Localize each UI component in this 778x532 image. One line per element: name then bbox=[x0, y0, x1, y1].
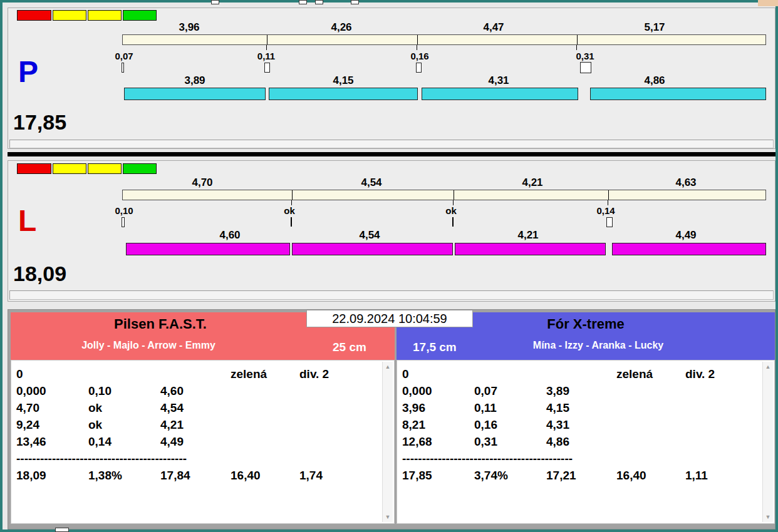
lane-l-split-bottom-2: 4,54 bbox=[359, 229, 380, 242]
lane-l-cross-3: ok bbox=[445, 205, 457, 216]
lane-l-light-yellow2-icon bbox=[88, 163, 122, 174]
table-row: 9,24 ok 4,21 bbox=[16, 416, 394, 433]
lane-p-split-top-3: 4,47 bbox=[483, 21, 504, 34]
cell-division: div. 2 bbox=[299, 367, 394, 381]
team-left-results-table: 0 zelená div. 2 0,000 0,10 4,60 4,70 ok … bbox=[11, 360, 395, 524]
lane-p-light-red-icon bbox=[17, 10, 51, 21]
lane-l-segment-bar-3 bbox=[455, 243, 606, 255]
lane-p-split-top-4: 5,17 bbox=[644, 21, 665, 34]
lane-l-split-top-2: 4,54 bbox=[361, 176, 381, 189]
lane-l-split-top-3: 4,21 bbox=[522, 176, 542, 189]
scroll-down-icon[interactable]: ▼ bbox=[383, 512, 393, 522]
lane-l-cross-2: ok bbox=[284, 205, 295, 216]
cell-flag: 0 bbox=[16, 367, 88, 381]
lane-l-light-yellow1-icon bbox=[53, 163, 86, 174]
lane-p-cross-1: 0,07 bbox=[115, 51, 133, 61]
cell-light: zelená bbox=[616, 367, 685, 381]
lane-p-cross-box-4 bbox=[580, 62, 591, 73]
table-row: 3,96 0,11 4,15 bbox=[402, 399, 774, 416]
lane-l-cross-tick-3 bbox=[452, 217, 454, 227]
scroll-up-icon[interactable]: ▲ bbox=[763, 362, 773, 372]
lane-p-cross-box-2 bbox=[264, 63, 270, 73]
lane-l-status-strip bbox=[9, 290, 774, 300]
team-right-jump-height: 17,5 cm bbox=[413, 340, 457, 354]
lane-p-segment-bar-4 bbox=[590, 88, 766, 100]
table-totals-row: 17,85 3,74% 17,21 16,40 1,11 bbox=[402, 467, 774, 484]
lane-l-light-red-icon bbox=[17, 163, 51, 174]
lane-p-split-top-2: 4,26 bbox=[331, 21, 351, 34]
cell-division: div. 2 bbox=[685, 367, 774, 381]
lane-l-split-top-1: 4,70 bbox=[192, 176, 212, 189]
lane-l-split-top-4: 4,63 bbox=[675, 176, 696, 189]
app-window: 3,96 4,26 4,47 5,17 0,07 0,11 0,16 0,31 … bbox=[0, 0, 778, 532]
scroll-down-icon[interactable]: ▼ bbox=[763, 512, 773, 522]
lane-p-cross-2: 0,11 bbox=[257, 51, 275, 61]
clipped-widget-artifact bbox=[211, 0, 219, 4]
desktop-corner-artifact bbox=[758, 0, 778, 6]
lane-p-light-green-icon bbox=[123, 10, 157, 21]
lane-l-cross-4: 0,14 bbox=[596, 205, 615, 216]
lane-p-cross-3: 0,16 bbox=[410, 51, 428, 61]
lane-p-light-yellow1-icon bbox=[53, 10, 86, 21]
team-left-table-scrollbar[interactable]: ▲ ▼ bbox=[382, 362, 393, 522]
lane-panel-p: 3,96 4,26 4,47 5,17 0,07 0,11 0,16 0,31 … bbox=[8, 8, 775, 149]
lane-p-split-bottom-1: 3,89 bbox=[184, 74, 205, 87]
table-totals-row: 18,09 1,38% 17,84 16,40 1,74 bbox=[16, 467, 394, 484]
lane-p-scale-bar bbox=[122, 34, 766, 45]
lane-p-letter: P bbox=[18, 57, 38, 87]
cell-light: zelená bbox=[231, 367, 299, 381]
lane-p-split-bottom-4: 4,86 bbox=[644, 74, 665, 87]
lane-l-scale-bar bbox=[122, 190, 766, 200]
lane-l-segment-bar-4 bbox=[612, 243, 766, 255]
timestamp-display: 22.09.2024 10:04:59 bbox=[306, 310, 473, 327]
clipped-widget-artifact bbox=[55, 528, 69, 532]
table-row: 0,000 0,10 4,60 bbox=[16, 382, 394, 399]
table-separator: ----------------------------------------… bbox=[402, 450, 774, 467]
lane-p-status-strip bbox=[9, 140, 774, 148]
lane-l-split-bottom-1: 4,60 bbox=[219, 229, 240, 242]
lane-p-cross-4: 0,31 bbox=[576, 51, 594, 61]
lane-l-cross-box-4 bbox=[606, 217, 613, 227]
lane-panel-l: 4,70 4,54 4,21 4,63 0,10 ok ok 0,14 4,60… bbox=[8, 160, 775, 302]
lane-l-cross-1: 0,10 bbox=[115, 205, 133, 216]
lane-p-split-bottom-3: 4,31 bbox=[488, 74, 509, 87]
table-row: 8,21 0,16 4,31 bbox=[402, 416, 774, 433]
table-row: 13,46 0,14 4,49 bbox=[16, 433, 394, 450]
cell-flag: 0 bbox=[402, 367, 474, 381]
team-right-dogs: Mína - Izzy - Aranka - Lucky bbox=[479, 340, 717, 351]
lane-p-segment-bar-1 bbox=[124, 88, 266, 100]
lane-l-segment-bar-2 bbox=[292, 243, 453, 255]
lane-p-cross-box-1 bbox=[122, 63, 124, 73]
team-right-results-table: 0 zelená div. 2 0,000 0,07 3,89 3,96 0,1… bbox=[397, 360, 775, 524]
lane-l-cross-tick-2 bbox=[291, 217, 292, 227]
clipped-widget-artifact bbox=[351, 0, 359, 4]
lane-p-cross-box-3 bbox=[416, 63, 422, 73]
lane-p-total-time: 17,85 bbox=[13, 110, 66, 135]
table-row: 0,000 0,07 3,89 bbox=[402, 382, 774, 399]
lane-p-split-top-1: 3,96 bbox=[179, 21, 199, 34]
lane-p-split-bottom-2: 4,15 bbox=[333, 74, 353, 87]
lane-l-split-bottom-4: 4,49 bbox=[675, 229, 696, 242]
lane-divider bbox=[8, 152, 775, 156]
table-row: 0 zelená div. 2 bbox=[16, 366, 394, 382]
lane-l-letter: L bbox=[18, 206, 36, 236]
lane-p-segment-bar-3 bbox=[422, 88, 578, 100]
team-left-jump-height: 25 cm bbox=[333, 340, 366, 354]
team-left-name: Pilsen F.A.S.T. bbox=[11, 316, 310, 332]
clipped-widget-artifact bbox=[315, 0, 323, 4]
lane-p-light-yellow2-icon bbox=[88, 10, 122, 21]
team-left-dogs: Jolly - Majlo - Arrow - Emmy bbox=[11, 340, 286, 351]
table-row: 4,70 ok 4,54 bbox=[16, 399, 394, 416]
lane-l-light-green-icon bbox=[123, 163, 157, 174]
scroll-up-icon[interactable]: ▲ bbox=[383, 362, 393, 372]
teams-panel: Pilsen F.A.S.T. Jolly - Majlo - Arrow - … bbox=[8, 309, 775, 529]
team-right-table-scrollbar[interactable]: ▲ ▼ bbox=[762, 362, 773, 522]
table-row: 12,68 0,31 4,86 bbox=[402, 433, 774, 450]
table-row: 0 zelená div. 2 bbox=[402, 366, 774, 382]
lane-l-split-bottom-3: 4,21 bbox=[517, 229, 538, 242]
lane-l-segment-bar-1 bbox=[126, 243, 290, 255]
lane-l-total-time: 18,09 bbox=[13, 261, 66, 286]
lane-l-cross-box-1 bbox=[122, 217, 125, 227]
lane-p-segment-bar-2 bbox=[269, 88, 418, 100]
clipped-widget-artifact bbox=[299, 0, 307, 4]
